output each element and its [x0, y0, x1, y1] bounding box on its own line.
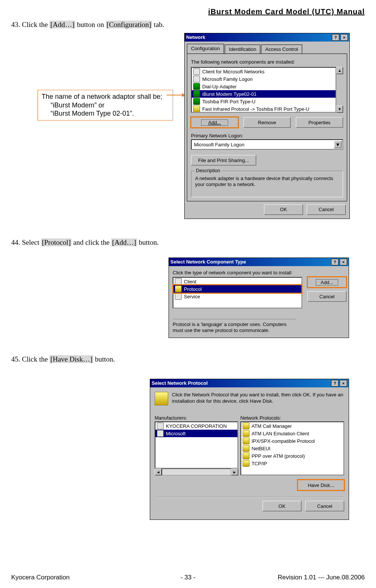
client-icon: [175, 278, 182, 285]
protocol-big-icon: [155, 392, 168, 405]
list-item[interactable]: Toshiba FIR Port Type-U: [202, 99, 255, 104]
callout-line3: “iBurst Modem Type 02-01”.: [42, 109, 169, 118]
step-44-post: button.: [137, 238, 159, 246]
step-44-pre: 44. Select: [11, 238, 41, 246]
list-item-selected[interactable]: Microsoft: [166, 431, 186, 436]
list-item[interactable]: KYOCERA CORPORATION: [166, 423, 227, 429]
footer-page-number: - 33 -: [11, 574, 365, 581]
tab-configuration[interactable]: Configuration: [187, 44, 224, 54]
add-button[interactable]: Add...: [307, 277, 346, 287]
manufacturers-listbox[interactable]: KYOCERA CORPORATION Microsoft: [155, 421, 238, 469]
list-item[interactable]: Fast Infrared Protocol -> Toshiba FIR Po…: [202, 106, 309, 112]
page-footer: Kyocera Corporation - 33 - Revision 1.01…: [11, 574, 365, 581]
list-item-selected[interactable]: iBurst Modem Type02-01: [202, 91, 257, 97]
protocols-label: Network Protocols:: [240, 415, 344, 421]
dropdown-icon[interactable]: ▼: [334, 141, 342, 148]
scroll-left-icon[interactable]: ◄: [155, 469, 162, 475]
callout-line1: The name of a network adaptor shall be;: [42, 92, 169, 101]
step-43-ref-configuration: [Configuration]: [106, 21, 152, 28]
cancel-button[interactable]: Cancel: [305, 501, 344, 511]
have-disk-button[interactable]: Have Disk...: [298, 480, 344, 490]
help-button[interactable]: ?: [332, 34, 339, 41]
tab-identification[interactable]: Identification: [225, 45, 260, 54]
step-43-text: 43. Click the [Add…] button on [Configur…: [11, 21, 365, 29]
titlebar-component: Select Network Component Type ? ×: [169, 258, 349, 266]
step-44-text: 44. Select [Protocol] and click the [Add…: [11, 238, 365, 247]
protocol-icon: [243, 430, 249, 437]
mfr-icon: [157, 423, 164, 429]
remove-button[interactable]: Remove: [243, 117, 291, 128]
manual-header: iBurst Modem Card Model (UTC) Manual: [11, 7, 365, 16]
primary-network-logon-value: Microsoft Family Logon: [194, 142, 244, 147]
service-icon: [175, 293, 182, 300]
step-45-text: 45. Click the [Have Disk…] button.: [11, 355, 365, 363]
step-43-post: tab.: [152, 21, 164, 28]
tab-access-control[interactable]: Access Control: [261, 45, 302, 54]
description-text: A network adapter is a hardware device t…: [195, 176, 339, 188]
protocol-icon: [243, 453, 249, 459]
close-button[interactable]: ×: [340, 380, 347, 387]
titlebar-protocol-title: Select Network Protocol: [152, 379, 208, 387]
scroll-down-icon[interactable]: ▼: [336, 106, 343, 113]
components-list-wrap: Client for Microsoft Networks Microsoft …: [191, 67, 343, 113]
callout-arrow: [167, 95, 185, 95]
help-button[interactable]: ?: [331, 259, 339, 265]
list-item[interactable]: Client for Microsoft Networks: [202, 69, 264, 74]
titlebar-protocol-buttons: ? ×: [331, 380, 347, 387]
manufacturers-hscroll[interactable]: ◄ ►: [155, 469, 238, 475]
protocol-icon: [243, 438, 249, 444]
step-43-pre: 43. Click the: [11, 21, 49, 28]
list-item[interactable]: ATM Call Manager: [252, 423, 292, 429]
cancel-button[interactable]: Cancel: [307, 204, 346, 215]
help-button[interactable]: ?: [331, 380, 339, 387]
dialog-network-protocol: Select Network Protocol ? × Click the Ne…: [150, 379, 349, 520]
scroll-right-icon[interactable]: ►: [231, 469, 238, 475]
component-desc: Protocol is a 'language' a computer uses…: [173, 319, 296, 334]
list-item[interactable]: TCP/IP: [252, 461, 267, 466]
titlebar-network-title: Network: [186, 33, 205, 42]
protocol-icon: [243, 423, 249, 429]
dialog-network: Network ? × Configuration Identification…: [184, 33, 350, 219]
adapter-icon: [193, 91, 200, 97]
protocol-icon: [243, 445, 249, 452]
callout-adaptor-name: The name of a network adaptor shall be; …: [37, 90, 173, 121]
list-item[interactable]: NetBEUI: [252, 446, 271, 451]
ok-button[interactable]: OK: [263, 501, 301, 511]
step-43-ref-add: [Add…]: [49, 21, 75, 28]
add-button[interactable]: Add...: [191, 117, 238, 128]
properties-button[interactable]: Properties: [296, 117, 343, 128]
list-item[interactable]: Client: [184, 279, 196, 284]
protocols-listbox[interactable]: ATM Call Manager ATM LAN Emulation Clien…: [240, 421, 344, 475]
list-item[interactable]: Microsoft Family Logon: [202, 76, 252, 82]
adapter-icon: [193, 83, 200, 90]
cancel-button[interactable]: Cancel: [307, 291, 346, 302]
list-item-selected[interactable]: Protocol: [184, 286, 202, 292]
list-item[interactable]: PPP over ATM (protocol): [252, 453, 305, 459]
titlebar-protocol: Select Network Protocol ? ×: [150, 379, 349, 387]
titlebar-network-buttons: ? ×: [332, 34, 348, 41]
step-45-pre: 45. Click the: [11, 355, 49, 363]
components-label: The following network components are ins…: [191, 59, 343, 65]
list-item[interactable]: Service: [184, 294, 200, 299]
component-listbox[interactable]: Client Protocol Service: [173, 277, 302, 308]
step-45-ref-havedisk: [Have Disk…]: [49, 355, 93, 363]
adapter-icon: [193, 98, 200, 105]
components-listbox[interactable]: Client for Microsoft Networks Microsoft …: [191, 67, 336, 113]
list-item[interactable]: IPX/SPX-compatible Protocol: [252, 438, 315, 444]
scroll-up-icon[interactable]: ▲: [336, 67, 343, 74]
titlebar-component-title: Select Network Component Type: [170, 258, 246, 266]
ok-button[interactable]: OK: [264, 204, 303, 215]
client-icon: [193, 76, 200, 82]
protocol-icon: [193, 106, 200, 112]
close-button[interactable]: ×: [340, 34, 348, 41]
close-button[interactable]: ×: [340, 259, 347, 265]
components-scrollbar[interactable]: ▲ ▼: [336, 67, 343, 113]
file-print-sharing-button[interactable]: File and Print Sharing...: [191, 155, 256, 165]
protocol-icon: [243, 460, 249, 467]
step-44-ref-protocol: [Protocol]: [41, 238, 72, 246]
callout-line2: “iBurst Modem” or: [42, 101, 169, 110]
list-item[interactable]: Dial-Up Adapter: [202, 84, 237, 89]
component-prompt: Click the type of network component you …: [173, 270, 345, 275]
primary-network-logon-select[interactable]: Microsoft Family Logon ▼: [191, 139, 343, 150]
list-item[interactable]: ATM LAN Emulation Client: [252, 431, 309, 436]
